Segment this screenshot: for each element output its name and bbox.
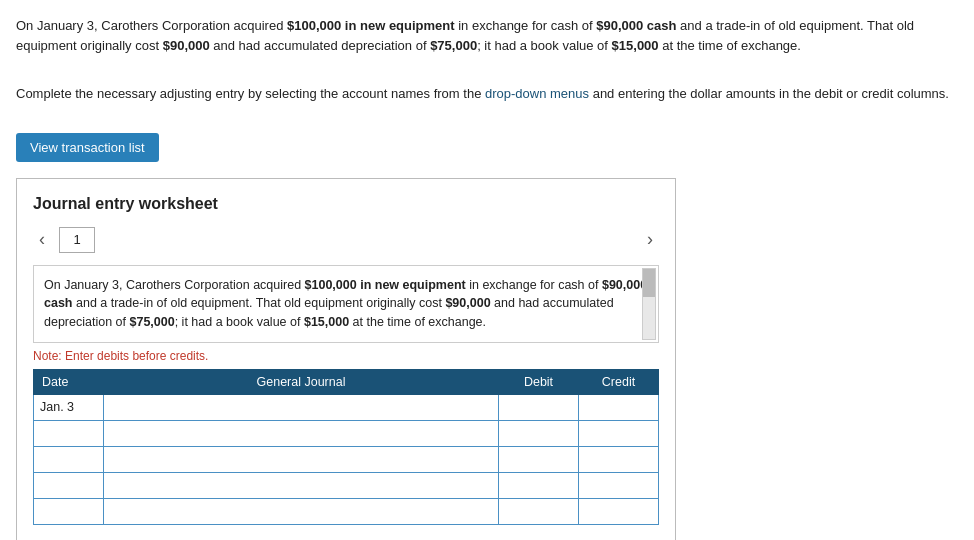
- header-journal: General Journal: [104, 369, 499, 394]
- header-date: Date: [34, 369, 104, 394]
- row2-debit[interactable]: [499, 420, 579, 446]
- row4-journal-input[interactable]: [110, 478, 492, 492]
- view-transaction-button[interactable]: View transaction list: [16, 133, 159, 162]
- row2-journal[interactable]: [104, 420, 499, 446]
- row1-debit[interactable]: [499, 394, 579, 420]
- note-text: Note: Enter debits before credits.: [33, 349, 659, 363]
- row2-journal-input[interactable]: [110, 426, 492, 440]
- intro-paragraph-2: Complete the necessary adjusting entry b…: [16, 84, 958, 104]
- row3-credit[interactable]: [579, 446, 659, 472]
- row1-debit-input[interactable]: [505, 400, 572, 414]
- page-number: 1: [73, 232, 80, 247]
- row3-journal-input[interactable]: [110, 452, 492, 466]
- row2-debit-input[interactable]: [505, 426, 572, 440]
- row4-credit-input[interactable]: [585, 478, 652, 492]
- row3-journal[interactable]: [104, 446, 499, 472]
- row4-debit-input[interactable]: [505, 478, 572, 492]
- table-header-row: Date General Journal Debit Credit: [34, 369, 659, 394]
- intro-paragraph-1: On January 3, Carothers Corporation acqu…: [16, 16, 958, 55]
- row4-date: [34, 472, 104, 498]
- table-row: [34, 446, 659, 472]
- header-debit: Debit: [499, 369, 579, 394]
- row2-credit-input[interactable]: [585, 426, 652, 440]
- worksheet-container: Journal entry worksheet ‹ 1 › On January…: [16, 178, 676, 541]
- description-box: On January 3, Carothers Corporation acqu…: [33, 265, 659, 343]
- worksheet-title: Journal entry worksheet: [33, 195, 659, 213]
- row2-date: [34, 420, 104, 446]
- row2-credit[interactable]: [579, 420, 659, 446]
- row3-credit-input[interactable]: [585, 452, 652, 466]
- prev-arrow[interactable]: ‹: [33, 227, 51, 252]
- table-row: [34, 498, 659, 524]
- row1-journal-input[interactable]: [110, 400, 492, 414]
- next-arrow[interactable]: ›: [641, 227, 659, 252]
- nav-row: ‹ 1 ›: [33, 227, 659, 253]
- row5-credit-input[interactable]: [585, 504, 652, 518]
- row3-date: [34, 446, 104, 472]
- row4-credit[interactable]: [579, 472, 659, 498]
- row1-credit-input[interactable]: [585, 400, 652, 414]
- row3-debit[interactable]: [499, 446, 579, 472]
- row5-credit[interactable]: [579, 498, 659, 524]
- row4-journal[interactable]: [104, 472, 499, 498]
- row5-debit[interactable]: [499, 498, 579, 524]
- description-text: On January 3, Carothers Corporation acqu…: [44, 278, 647, 330]
- row5-journal-input[interactable]: [110, 504, 492, 518]
- row1-journal[interactable]: [104, 394, 499, 420]
- table-row: Jan. 3: [34, 394, 659, 420]
- row5-date: [34, 498, 104, 524]
- scrollbar[interactable]: [642, 268, 656, 340]
- row5-journal[interactable]: [104, 498, 499, 524]
- journal-table: Date General Journal Debit Credit Jan. 3: [33, 369, 659, 525]
- page-number-box: 1: [59, 227, 95, 253]
- table-row: [34, 472, 659, 498]
- scrollbar-thumb: [643, 269, 655, 297]
- row1-date: Jan. 3: [34, 394, 104, 420]
- table-row: [34, 420, 659, 446]
- row3-debit-input[interactable]: [505, 452, 572, 466]
- row1-credit[interactable]: [579, 394, 659, 420]
- row4-debit[interactable]: [499, 472, 579, 498]
- header-credit: Credit: [579, 369, 659, 394]
- row5-debit-input[interactable]: [505, 504, 572, 518]
